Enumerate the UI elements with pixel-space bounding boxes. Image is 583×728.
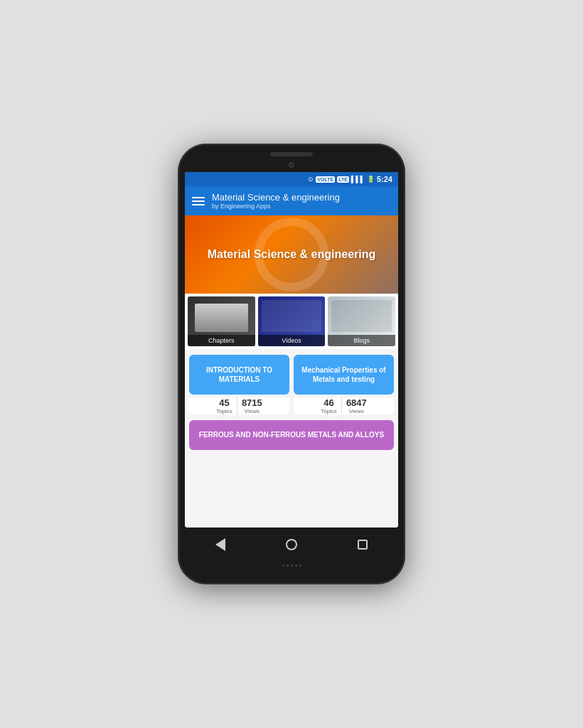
- intro-stats: 45 Topics 8715 Views: [189, 397, 289, 414]
- volte-badge: VOLTE: [316, 176, 335, 183]
- mechanical-stats: 46 Topics 6847 Views: [294, 397, 394, 414]
- videos-label: Videos: [258, 335, 326, 346]
- app-bar: Material Science & engineering by Engine…: [185, 186, 398, 215]
- recents-button[interactable]: [348, 534, 377, 555]
- phone-speaker: [270, 152, 313, 156]
- status-icons: ⊙ VOLTE LTE ▌▌▌ 🔋 5:24: [308, 175, 392, 183]
- chapters-label: Chapters: [188, 335, 255, 346]
- time-display: 5:24: [377, 175, 392, 183]
- intro-topics-number: 45: [216, 397, 232, 408]
- intro-stat-divider: [237, 397, 237, 414]
- battery-icon: 🔋: [367, 176, 375, 183]
- hamburger-line-1: [192, 197, 205, 198]
- app-bar-title-group: Material Science & engineering by Engine…: [212, 192, 391, 210]
- lte-badge: LTE: [337, 176, 349, 183]
- intro-views-stat: 8715 Views: [242, 397, 262, 414]
- home-button[interactable]: [277, 534, 306, 555]
- wifi-icon: ⊙: [308, 176, 314, 183]
- ferrous-card-title: FERROUS AND NON-FERROUS METALS AND ALLOY…: [196, 430, 387, 440]
- back-triangle-icon: [215, 538, 225, 551]
- back-button[interactable]: [206, 534, 235, 555]
- status-bar: ⊙ VOLTE LTE ▌▌▌ 🔋 5:24: [185, 172, 398, 186]
- mechanical-stat-divider: [341, 397, 342, 414]
- videos-thumbnail[interactable]: Videos: [258, 296, 326, 346]
- mechanical-topics-stat: 46 Topics: [321, 397, 337, 414]
- intro-topics-stat: 45 Topics: [216, 397, 232, 414]
- bottom-nav: [185, 528, 398, 559]
- mechanical-properties-card[interactable]: Mechanical Properties of Metals and test…: [294, 355, 394, 395]
- mechanical-views-stat: 6847 Views: [346, 397, 367, 414]
- hero-banner: Material Science & engineering: [185, 215, 398, 294]
- home-circle-icon: [286, 539, 297, 550]
- mechanical-views-number: 6847: [346, 397, 367, 408]
- phone-screen: ⊙ VOLTE LTE ▌▌▌ 🔋 5:24 Material Science …: [185, 172, 398, 528]
- blogs-thumbnail[interactable]: Blogs: [328, 296, 395, 346]
- mechanical-properties-title: Mechanical Properties of Metals and test…: [299, 362, 388, 387]
- intro-views-number: 8715: [242, 397, 262, 408]
- thumbnails-row: Chapters Videos Blogs: [185, 294, 398, 349]
- phone-frame: ⊙ VOLTE LTE ▌▌▌ 🔋 5:24 Material Science …: [178, 144, 405, 584]
- hero-text: Material Science & engineering: [208, 247, 376, 262]
- signal-icon: ▌▌▌: [351, 176, 365, 183]
- intro-materials-title: INTRODUCTION TO MATERIALS: [195, 362, 284, 387]
- app-title: Material Science & engineering: [212, 192, 391, 203]
- mechanical-views-label: Views: [346, 408, 367, 414]
- hamburger-line-3: [192, 204, 205, 205]
- phone-bottom-grill: [185, 559, 398, 569]
- cards-row: INTRODUCTION TO MATERIALS Mechanical Pro…: [185, 349, 398, 395]
- content-area[interactable]: Material Science & engineering Chapters …: [185, 215, 398, 528]
- hamburger-line-2: [192, 200, 205, 202]
- stats-row: 45 Topics 8715 Views 46 Topics: [185, 395, 398, 420]
- chapters-thumbnail[interactable]: Chapters: [188, 296, 255, 346]
- app-subtitle: by Engineering Apps: [212, 203, 391, 210]
- blogs-label: Blogs: [328, 335, 395, 346]
- recents-square-icon: [358, 540, 368, 550]
- intro-views-label: Views: [242, 408, 262, 414]
- phone-camera: [289, 162, 294, 168]
- ferrous-card[interactable]: FERROUS AND NON-FERROUS METALS AND ALLOY…: [189, 420, 394, 450]
- mechanical-topics-number: 46: [321, 397, 337, 408]
- intro-topics-label: Topics: [216, 408, 232, 414]
- hamburger-menu[interactable]: [192, 197, 205, 205]
- intro-materials-card[interactable]: INTRODUCTION TO MATERIALS: [189, 355, 289, 395]
- mechanical-topics-label: Topics: [321, 408, 337, 414]
